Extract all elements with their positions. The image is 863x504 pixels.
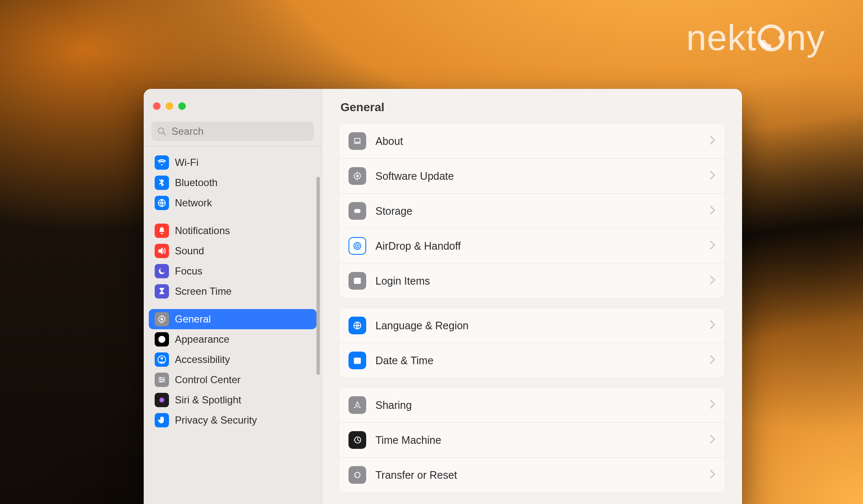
settings-row-about[interactable]: About xyxy=(339,124,725,158)
chevron-right-icon xyxy=(710,469,716,480)
svg-point-25 xyxy=(358,361,361,364)
svg-rect-13 xyxy=(355,139,360,142)
sidebar-item-label: Wi-Fi xyxy=(175,157,198,168)
svg-line-2 xyxy=(163,133,165,135)
settings-row-label: Software Update xyxy=(375,170,700,182)
sliders-icon xyxy=(155,373,169,387)
svg-rect-17 xyxy=(354,211,361,213)
settings-row-label: Transfer or Reset xyxy=(375,469,700,481)
svg-point-26 xyxy=(356,403,359,406)
content-pane: General AboutSoftware UpdateStorageAirDr… xyxy=(322,89,742,504)
sidebar-item-screentime[interactable]: Screen Time xyxy=(149,281,316,301)
chevron-right-icon xyxy=(710,435,716,445)
sidebar-item-label: Sound xyxy=(175,245,204,257)
search-field[interactable] xyxy=(151,122,314,141)
sidebar-item-label: Siri & Spotlight xyxy=(175,394,241,406)
settings-row-label: Login Items xyxy=(375,275,700,287)
sidebar-item-focus[interactable]: Focus xyxy=(149,261,316,281)
search-input[interactable] xyxy=(171,125,308,138)
sidebar-item-label: Bluetooth xyxy=(175,177,217,189)
sidebar-item-label: Screen Time xyxy=(175,285,232,297)
chevron-right-icon xyxy=(710,355,716,366)
svg-point-4 xyxy=(161,318,163,320)
settings-row-label: Date & Time xyxy=(375,355,700,367)
disk-icon xyxy=(348,202,366,220)
settings-row-label: Language & Region xyxy=(375,320,700,332)
wifi-icon xyxy=(155,155,169,170)
settings-row-transfer[interactable]: Transfer or Reset xyxy=(339,457,725,492)
settings-row-airdrop[interactable]: AirDrop & Handoff xyxy=(339,228,725,263)
svg-point-10 xyxy=(160,381,162,383)
svg-point-9 xyxy=(163,379,164,381)
sidebar-item-label: Appearance xyxy=(175,333,229,345)
brand-logo-mark xyxy=(757,24,785,52)
sidebar-scrollbar[interactable] xyxy=(316,177,320,375)
chevron-right-icon xyxy=(710,400,716,411)
sidebar-item-accessibility[interactable]: Accessibility xyxy=(149,349,316,370)
svg-point-12 xyxy=(159,397,164,403)
globe-icon xyxy=(348,317,366,334)
zoom-window-button[interactable] xyxy=(178,102,186,110)
sidebar-item-notifications[interactable]: Notifications xyxy=(149,221,316,241)
close-window-button[interactable] xyxy=(153,102,161,110)
sidebar-item-label: Notifications xyxy=(175,225,230,237)
calendar-icon xyxy=(348,352,366,369)
brand-text-prefix: nekt xyxy=(686,17,757,59)
page-title: General xyxy=(339,96,725,123)
sidebar-item-label: Network xyxy=(175,197,212,209)
moon-icon xyxy=(155,264,169,278)
contrast-icon xyxy=(155,332,169,347)
sidebar-item-general[interactable]: General xyxy=(149,309,316,329)
sidebar-scroll-area[interactable]: Wi-FiBluetoothNetworkNotificationsSoundF… xyxy=(144,146,322,504)
sidebar-item-sound[interactable]: Sound xyxy=(149,241,316,261)
speaker-icon xyxy=(155,244,169,258)
search-icon xyxy=(157,127,166,136)
minimize-window-button[interactable] xyxy=(166,102,173,110)
sidebar-item-network[interactable]: Network xyxy=(149,193,316,213)
settings-row-language[interactable]: Language & Region xyxy=(339,308,725,343)
sidebar: Wi-FiBluetoothNetworkNotificationsSoundF… xyxy=(144,89,322,504)
list-icon xyxy=(348,272,366,290)
chevron-right-icon xyxy=(710,205,716,216)
hand-icon xyxy=(155,413,169,427)
settings-row-login[interactable]: Login Items xyxy=(339,263,725,298)
sidebar-item-label: General xyxy=(175,313,211,325)
settings-row-storage[interactable]: Storage xyxy=(339,193,725,228)
settings-row-label: Sharing xyxy=(375,399,700,411)
share-icon xyxy=(348,396,366,414)
sidebar-item-label: Accessibility xyxy=(175,354,230,365)
settings-row-label: Storage xyxy=(375,205,700,217)
gear-icon xyxy=(155,312,169,326)
settings-card: Language & RegionDate & Time xyxy=(339,308,725,378)
sidebar-item-privacy[interactable]: Privacy & Security xyxy=(149,410,316,430)
window-titlebar xyxy=(144,89,322,116)
chevron-right-icon xyxy=(710,320,716,331)
sidebar-item-bluetooth[interactable]: Bluetooth xyxy=(149,173,316,193)
settings-row-sharing[interactable]: Sharing xyxy=(339,388,725,422)
settings-row-timemachine[interactable]: Time Machine xyxy=(339,422,725,457)
siri-icon xyxy=(155,393,169,407)
search-container xyxy=(144,116,322,146)
sidebar-group: NotificationsSoundFocusScreen Time xyxy=(149,221,316,301)
hourglass-icon xyxy=(155,284,169,299)
sidebar-item-controlcenter[interactable]: Control Center xyxy=(149,370,316,390)
brand-text-suffix: ny xyxy=(786,17,825,59)
person-icon xyxy=(155,352,169,367)
gear-icon xyxy=(348,167,366,185)
airdrop-icon xyxy=(348,237,366,255)
settings-row-label: About xyxy=(375,135,700,147)
sidebar-item-siri[interactable]: Siri & Spotlight xyxy=(149,390,316,410)
sidebar-item-label: Privacy & Security xyxy=(175,414,257,426)
settings-row-datetime[interactable]: Date & Time xyxy=(339,343,725,378)
system-settings-window: Wi-FiBluetoothNetworkNotificationsSoundF… xyxy=(144,89,742,504)
sidebar-item-appearance[interactable]: Appearance xyxy=(149,329,316,349)
chevron-right-icon xyxy=(710,275,716,286)
brand-logo: nekt ny xyxy=(686,17,825,59)
sidebar-item-wifi[interactable]: Wi-Fi xyxy=(149,152,316,173)
sidebar-group: GeneralAppearanceAccessibilityControl Ce… xyxy=(149,309,316,430)
sidebar-item-label: Focus xyxy=(175,265,202,277)
laptop-icon xyxy=(348,132,366,150)
chevron-right-icon xyxy=(710,171,716,181)
reset-icon xyxy=(348,466,366,484)
settings-row-swupdate[interactable]: Software Update xyxy=(339,158,725,193)
